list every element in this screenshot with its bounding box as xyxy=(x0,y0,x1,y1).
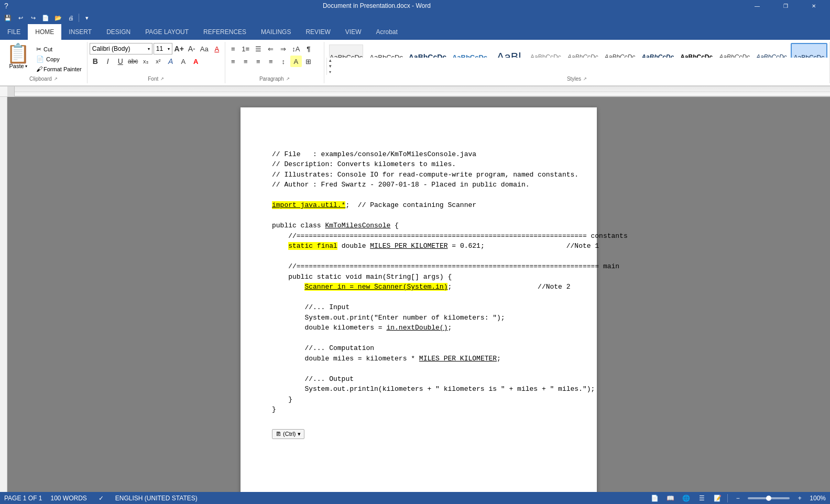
help-icon[interactable]: ? xyxy=(4,2,8,10)
paste-dropdown-arrow[interactable]: ▾ xyxy=(25,64,27,69)
outline-button[interactable]: ☰ xyxy=(696,493,707,503)
italic-button[interactable]: I xyxy=(102,56,114,67)
print-button[interactable]: 🖨 xyxy=(65,12,77,24)
draft-button[interactable]: 📝 xyxy=(712,493,723,503)
style-strong[interactable]: AaBbCcDc Strong xyxy=(678,43,715,58)
format-painter-button[interactable]: 🖌 Format Painter xyxy=(34,64,84,74)
align-right-button[interactable]: ≡ xyxy=(253,56,264,67)
style-no-spacing[interactable]: AaBbCcDc No Spac... xyxy=(367,43,406,58)
redo-button[interactable]: ↪ xyxy=(27,12,39,24)
read-mode-button[interactable]: 📖 xyxy=(664,493,676,503)
zoom-out-button[interactable]: − xyxy=(732,493,744,503)
paragraph-group-label: Paragraph ↗ xyxy=(227,75,322,82)
code-line13: public static void main(String[] args) { xyxy=(272,273,452,281)
style-intense-emphasis[interactable]: AaBbCcDc Intense E... xyxy=(639,43,676,58)
paste-button[interactable]: 📋 Paste ▾ xyxy=(3,43,33,75)
spell-check-icon[interactable]: ✓ xyxy=(95,493,107,503)
text-effects-button[interactable]: A xyxy=(165,56,177,67)
ribbon: FILE HOME INSERT DESIGN PAGE LAYOUT REFE… xyxy=(0,24,830,86)
superscript-button[interactable]: x² xyxy=(152,56,164,67)
style-intense-quote[interactable]: AaBbCcDc Intense Q... xyxy=(753,43,790,58)
tab-home[interactable]: HOME xyxy=(28,24,61,40)
style-subtle-emphasis[interactable]: AaBbCcDc Subtle Em... xyxy=(565,43,601,58)
tab-design[interactable]: DESIGN xyxy=(99,24,138,40)
tab-file[interactable]: FILE xyxy=(0,24,28,40)
paragraph-expand-icon[interactable]: ↗ xyxy=(286,76,290,81)
code-line26: } xyxy=(272,406,276,413)
tab-acrobat[interactable]: Acrobat xyxy=(368,24,405,40)
style-title[interactable]: AaBl Title xyxy=(491,43,527,58)
increase-indent-button[interactable]: ⇒ xyxy=(278,43,289,54)
document-area[interactable]: // File : examples/console/KmToMilesCons… xyxy=(7,97,830,492)
customize-button[interactable]: ▾ xyxy=(81,12,93,24)
open-button[interactable]: 📂 xyxy=(52,12,64,24)
ctrl-tooltip[interactable]: 🖹 (Ctrl) ▾ xyxy=(272,429,304,439)
style-heading2[interactable]: AaBbCcDc Heading 2 xyxy=(450,43,490,58)
bullets-button[interactable]: ≡ xyxy=(227,43,239,54)
shading-button[interactable]: A xyxy=(290,56,302,67)
font-name-arrow: ▾ xyxy=(148,47,150,51)
style-heading1[interactable]: AaBbCcDc Heading 1 xyxy=(407,43,449,58)
line-spacing-button[interactable]: ↕ xyxy=(278,56,289,67)
borders-button[interactable]: ⊞ xyxy=(303,56,314,67)
print-layout-button[interactable]: 📄 xyxy=(649,493,660,503)
code-static-highlight: static final xyxy=(288,242,337,250)
zoom-slider[interactable] xyxy=(748,497,790,499)
show-paragraph-button[interactable]: ¶ xyxy=(303,43,314,54)
shrink-font-button[interactable]: A- xyxy=(186,43,198,54)
styles-scroll-down[interactable]: ▼ xyxy=(327,63,333,69)
tab-view[interactable]: VIEW xyxy=(338,24,369,40)
restore-button[interactable]: ❐ xyxy=(773,0,798,12)
font-size-dropdown[interactable]: 11 ▾ xyxy=(154,43,172,54)
web-layout-button[interactable]: 🌐 xyxy=(680,493,692,503)
close-button[interactable]: ✕ xyxy=(802,0,826,12)
tab-review[interactable]: REVIEW xyxy=(298,24,337,40)
copy-button[interactable]: 📄 Copy xyxy=(34,54,84,64)
tab-mailings[interactable]: MAILINGS xyxy=(254,24,298,40)
grow-font-button[interactable]: A+ xyxy=(173,43,185,54)
minimize-button[interactable]: — xyxy=(745,0,769,12)
underline-button[interactable]: U xyxy=(115,56,126,67)
change-case-button[interactable]: Aa xyxy=(199,43,210,54)
undo-button[interactable]: ↩ xyxy=(15,12,26,24)
clipboard-expand-icon[interactable]: ↗ xyxy=(54,76,58,81)
multilevel-list-button[interactable]: ☰ xyxy=(253,43,264,54)
cut-button[interactable]: ✂ Cut xyxy=(34,45,84,54)
save-button[interactable]: 💾 xyxy=(2,12,14,24)
format-painter-label: Format Painter xyxy=(43,66,82,72)
style-normal[interactable]: AaBbCcDc ¶ Normal xyxy=(326,43,366,58)
align-left-button[interactable]: ≡ xyxy=(227,56,239,67)
style-active-preview: AaBbCcDc xyxy=(794,45,825,58)
style-subtitle[interactable]: AaBbCcDc Subtitle xyxy=(528,43,564,58)
clear-formatting-button[interactable]: A xyxy=(211,43,223,54)
style-active[interactable]: AaBbCcDc → Curr xyxy=(791,43,828,58)
decrease-indent-button[interactable]: ⇐ xyxy=(265,43,277,54)
text-highlight-button[interactable]: A xyxy=(178,56,189,67)
paragraph-row1: ≡ 1≡ ☰ ⇐ ⇒ ↕A ¶ xyxy=(227,43,314,54)
bold-button[interactable]: B xyxy=(90,56,101,67)
style-quote[interactable]: AaBbCcDc Quote xyxy=(716,43,752,58)
styles-expand-icon[interactable]: ↗ xyxy=(583,76,587,81)
font-expand-icon[interactable]: ↗ xyxy=(160,76,164,81)
tab-page-layout[interactable]: PAGE LAYOUT xyxy=(138,24,196,40)
style-subtitle-preview: AaBbCcDc xyxy=(530,45,561,58)
styles-group: AaBbCcDc ¶ Normal AaBbCcDc No Spac... Aa… xyxy=(324,42,830,83)
font-name-dropdown[interactable]: Calibri (Body) ▾ xyxy=(90,43,152,54)
styles-group-label: Styles ↗ xyxy=(326,75,828,82)
strikethrough-button[interactable]: abc xyxy=(127,56,139,67)
zoom-in-button[interactable]: + xyxy=(794,493,805,503)
font-color-button[interactable]: A xyxy=(190,56,202,67)
tab-insert[interactable]: INSERT xyxy=(61,24,99,40)
styles-scroll-up[interactable]: ▲ xyxy=(327,58,333,63)
subscript-button[interactable]: x₂ xyxy=(140,56,151,67)
styles-expand[interactable]: ▾ xyxy=(328,69,332,75)
font-row2: B I U abc x₂ x² A A A xyxy=(90,56,202,67)
style-emphasis[interactable]: AaBbCcDc Emphasis xyxy=(602,43,638,58)
tab-references[interactable]: REFERENCES xyxy=(196,24,254,40)
status-left: PAGE 1 OF 1 100 WORDS ✓ ENGLISH (UNITED … xyxy=(4,493,198,503)
numbering-button[interactable]: 1≡ xyxy=(240,43,252,54)
new-file-button[interactable]: 📄 xyxy=(40,12,51,24)
sort-button[interactable]: ↕A xyxy=(290,43,302,54)
align-center-button[interactable]: ≡ xyxy=(240,56,252,67)
justify-button[interactable]: ≡ xyxy=(265,56,277,67)
